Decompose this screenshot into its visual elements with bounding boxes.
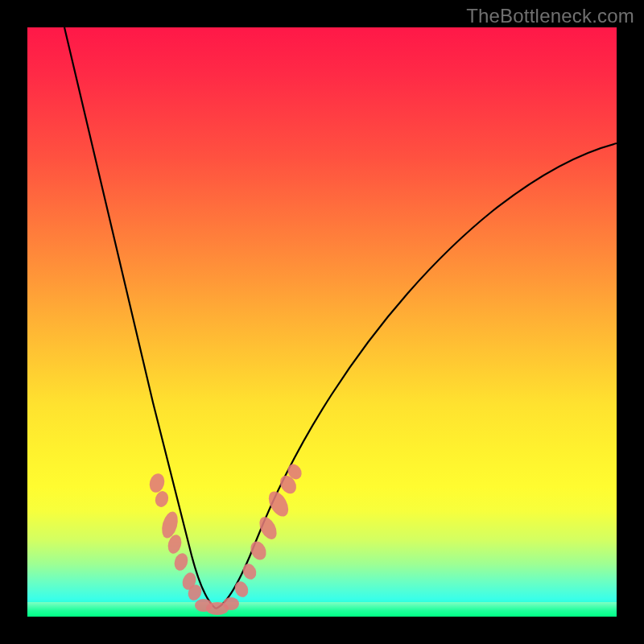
chart-plot-area <box>27 27 617 617</box>
chart-baseline-strip <box>27 602 617 617</box>
watermark-text: TheBottleneck.com <box>466 5 634 27</box>
chart-stage: TheBottleneck.com <box>0 0 644 644</box>
